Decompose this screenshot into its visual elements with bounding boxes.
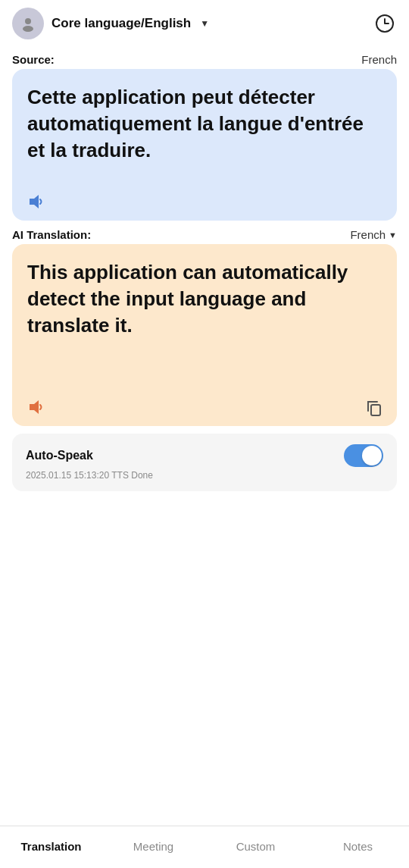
nav-notes[interactable]: Notes (307, 826, 409, 868)
main-content: Source: French Cette application peut dé… (0, 47, 409, 826)
ai-section-header: AI Translation: French ▼ (12, 228, 397, 241)
translation-text: This application can automatically detec… (27, 259, 382, 339)
avatar[interactable] (12, 8, 44, 39)
source-section: Source: French Cette application peut dé… (12, 53, 397, 221)
chevron-down-icon: ▼ (389, 230, 397, 240)
dropdown-arrow-icon[interactable]: ▼ (200, 18, 209, 29)
nav-translation[interactable]: Translation (0, 826, 102, 868)
nav-custom[interactable]: Custom (204, 826, 307, 868)
source-language: French (361, 53, 397, 66)
autospeak-row: Auto-Speak 2025.01.15 15:13:20 TTS Done (12, 434, 397, 491)
svg-marker-3 (30, 195, 39, 208)
bottom-nav: Translation Meeting Custom Notes (0, 826, 409, 868)
svg-point-0 (25, 18, 31, 24)
source-header: Source: French (12, 53, 397, 66)
svg-point-1 (23, 26, 33, 32)
ai-label: AI Translation: (12, 228, 91, 241)
autospeak-status: 2025.01.15 15:13:20 TTS Done (26, 470, 383, 481)
translation-box[interactable]: This application can automatically detec… (12, 244, 397, 426)
source-sound-icon[interactable] (27, 193, 44, 210)
ai-translation-section: AI Translation: French ▼ This applicatio… (12, 228, 397, 426)
autospeak-top: Auto-Speak (26, 444, 383, 467)
toggle-knob (362, 446, 382, 465)
nav-translation-label: Translation (20, 840, 81, 853)
nav-custom-label: Custom (236, 840, 276, 853)
history-button[interactable] (373, 11, 397, 36)
autospeak-label: Auto-Speak (26, 449, 93, 462)
translation-sound-icon[interactable] (27, 399, 44, 415)
ai-language-label: French (350, 228, 386, 241)
nav-meeting[interactable]: Meeting (102, 826, 204, 868)
svg-rect-5 (371, 405, 380, 415)
source-box[interactable]: Cette application peut détecter automati… (12, 69, 397, 221)
source-label: Source: (12, 53, 55, 66)
app-header: Core language/English ▼ (0, 0, 409, 47)
nav-meeting-label: Meeting (133, 840, 173, 853)
source-text: Cette application peut détecter automati… (27, 84, 382, 164)
copy-button[interactable] (365, 399, 383, 417)
app-title[interactable]: Core language/English (52, 16, 191, 31)
nav-notes-label: Notes (343, 840, 373, 853)
ai-language-dropdown[interactable]: French ▼ (350, 228, 397, 241)
autospeak-toggle[interactable] (344, 444, 383, 467)
header-left: Core language/English ▼ (12, 8, 209, 39)
svg-marker-4 (30, 400, 39, 414)
